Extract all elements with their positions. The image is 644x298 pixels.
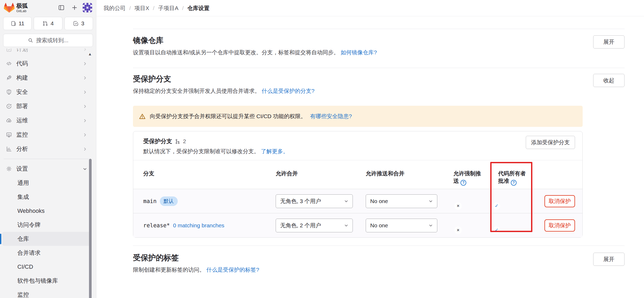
table-row: main 默认 无角色, 3 个用户 No one × ✓ 取消保护	[133, 189, 582, 213]
breadcrumb-subproject-a[interactable]: 子项目A	[158, 4, 179, 12]
warning-triangle-icon	[139, 113, 146, 120]
sidebar-item-packages-registries[interactable]: 软件包与镜像库	[2, 274, 91, 288]
breadcrumb-project-x[interactable]: 项目X	[135, 4, 149, 12]
warning-text: 向受保护分支授予合并权限还可以提升某些 CI/CD 功能的权限。	[150, 113, 306, 120]
sidebar-toggle-icon[interactable]	[56, 2, 67, 13]
todo-check-icon	[73, 21, 79, 26]
code-icon	[6, 60, 12, 67]
section-divider	[133, 68, 625, 68]
sidebar-item-plan[interactable]: 计划	[2, 49, 91, 56]
chevron-right-icon	[83, 119, 87, 123]
protected-tags-section: 受保护的标签 限制创建和更新标签的访问。 什么是受保护的标签? 展开	[133, 253, 625, 273]
sidebar-item-operate[interactable]: 运维	[2, 113, 91, 128]
rocket-icon	[6, 75, 12, 81]
column-header-branch: 分支	[143, 170, 276, 177]
breadcrumb: 我的公司 / 项目X / 子项目A / 仓库设置	[97, 0, 644, 16]
breadcrumb-repo-settings: 仓库设置	[187, 4, 210, 12]
search-input[interactable]: 搜索或转到...	[3, 34, 93, 47]
protected-tags-title: 受保护的标签	[133, 253, 259, 263]
learn-more-link[interactable]: 了解更多。	[261, 148, 289, 154]
default-badge: 默认	[160, 196, 178, 206]
protected-branches-description: 保持稳定的分支安全并强制开发人员使用合并请求。	[133, 88, 260, 94]
sidebar-item-general[interactable]: 通用	[2, 176, 91, 190]
breadcrumb-company[interactable]: 我的公司	[103, 4, 126, 12]
gitlab-logo[interactable]: 极狐 GitLab	[4, 2, 28, 13]
mirror-expand-button[interactable]: 展开	[593, 35, 625, 49]
sidebar-item-analyze[interactable]: 分析	[2, 142, 91, 156]
protected-tags-description: 限制创建和更新标签的访问。	[133, 267, 205, 273]
sidebar-item-merge-requests[interactable]: 合并请求	[2, 246, 91, 260]
search-icon	[28, 37, 33, 43]
sidebar-item-access-tokens[interactable]: 访问令牌	[2, 218, 91, 232]
nav-separator	[4, 159, 89, 159]
active-indicator	[0, 234, 1, 244]
protected-tags-expand-button[interactable]: 展开	[593, 253, 625, 266]
cloud-icon	[6, 117, 12, 124]
brand-title: 极狐	[16, 3, 28, 9]
allowed-to-merge-dropdown[interactable]: 无角色, 3 个用户	[276, 194, 353, 208]
sidebar-item-monitor[interactable]: 监控	[2, 128, 91, 142]
mirror-repo-description: 设置项目以自动推送和/或从另一个仓库中提取更改。分支，标签和提交将自动同步。	[133, 49, 339, 55]
sidebar-item-monitor-settings[interactable]: 监控	[2, 288, 91, 298]
search-placeholder: 搜索或转到...	[36, 37, 68, 44]
section-divider	[133, 29, 625, 29]
merge-requests-counter-button[interactable]: 4	[34, 17, 62, 30]
column-header-allowed-to-push: 允许推送和合并	[366, 170, 453, 177]
unprotect-button[interactable]: 取消保护	[544, 219, 575, 232]
protected-tags-help-link[interactable]: 什么是受保护的标签?	[206, 267, 259, 273]
mirror-repo-help-link[interactable]: 如何镜像仓库?	[341, 49, 377, 55]
scroll-up-arrow-icon[interactable]: ▲	[88, 52, 92, 56]
help-question-icon[interactable]: ?	[511, 180, 517, 186]
help-question-icon[interactable]: ?	[460, 180, 466, 186]
sidebar-item-build[interactable]: 构建	[2, 71, 91, 85]
todos-count: 3	[81, 20, 84, 27]
add-protected-branch-button[interactable]: 添加受保护分支	[526, 136, 575, 149]
sidebar-item-webhooks[interactable]: Webhooks	[2, 204, 91, 218]
branch-icon	[175, 139, 180, 144]
table-row: release* 0 matching branches 无角色, 2 个用户 …	[133, 213, 582, 237]
calendar-icon	[6, 49, 12, 52]
chevron-down-icon	[344, 199, 348, 203]
matching-branches-link[interactable]: 0 matching branches	[173, 222, 224, 229]
sidebar-scrollbar-thumb[interactable]	[89, 159, 92, 298]
sidebar-item-security[interactable]: 安全	[2, 85, 91, 99]
protected-branches-title: 受保护分支	[133, 74, 315, 84]
issues-counter-button[interactable]: 11	[3, 17, 32, 30]
protected-branches-help-link[interactable]: 什么是受保护的分支?	[262, 88, 315, 94]
column-header-code-owner-approval: 代码所有者批准?	[498, 170, 530, 186]
column-header-force-push: 允许强制推送?	[453, 170, 485, 186]
sidebar-item-cicd[interactable]: CI/CD	[2, 260, 91, 274]
protected-branches-card: 受保护分支 2 默认情况下，受保护分支限制谁可以修改分支。 了解更多。 添加受保…	[133, 131, 583, 238]
column-header-allowed-to-merge: 允许合并	[276, 170, 366, 177]
section-divider	[133, 246, 625, 246]
gear-icon	[6, 166, 12, 172]
user-avatar[interactable]	[82, 3, 92, 13]
protected-branches-collapse-button[interactable]: 收起	[593, 74, 625, 87]
chevron-right-icon	[83, 147, 87, 151]
main-content: 镜像仓库 设置项目以自动推送和/或从另一个仓库中提取更改。分支，标签和提交将自动…	[97, 17, 644, 298]
allowed-to-push-dropdown[interactable]: No one	[366, 194, 437, 208]
sidebar-item-code[interactable]: 代码	[2, 56, 91, 71]
sidebar-item-integrations[interactable]: 集成	[2, 190, 91, 204]
issues-icon	[11, 21, 16, 26]
card-description: 默认情况下，受保护分支限制谁可以修改分支。	[143, 148, 259, 154]
chevron-right-icon	[83, 49, 87, 51]
sidebar-item-repository[interactable]: 仓库	[2, 232, 91, 246]
allowed-to-merge-dropdown[interactable]: 无角色, 2 个用户	[276, 219, 353, 232]
merge-request-icon	[42, 21, 48, 26]
tanuki-logo-icon	[4, 2, 15, 13]
chevron-down-icon	[429, 199, 433, 203]
todos-counter-button[interactable]: 3	[65, 17, 93, 30]
shortcut-counters: 11 4 3	[0, 15, 96, 30]
monitor-icon	[6, 132, 12, 138]
allowed-to-push-dropdown[interactable]: No one	[366, 219, 437, 232]
chevron-right-icon	[83, 104, 87, 108]
create-new-plus-icon[interactable]	[69, 2, 80, 13]
chevron-down-icon	[429, 223, 433, 228]
warning-help-link[interactable]: 有哪些安全隐患?	[310, 113, 352, 120]
protected-branches-count: 2	[183, 138, 186, 145]
sidebar-item-settings[interactable]: 设置	[2, 162, 91, 176]
mirror-repo-title: 镜像仓库	[133, 35, 377, 46]
sidebar-item-deploy[interactable]: 部署	[2, 99, 91, 113]
unprotect-button[interactable]: 取消保护	[544, 195, 575, 207]
